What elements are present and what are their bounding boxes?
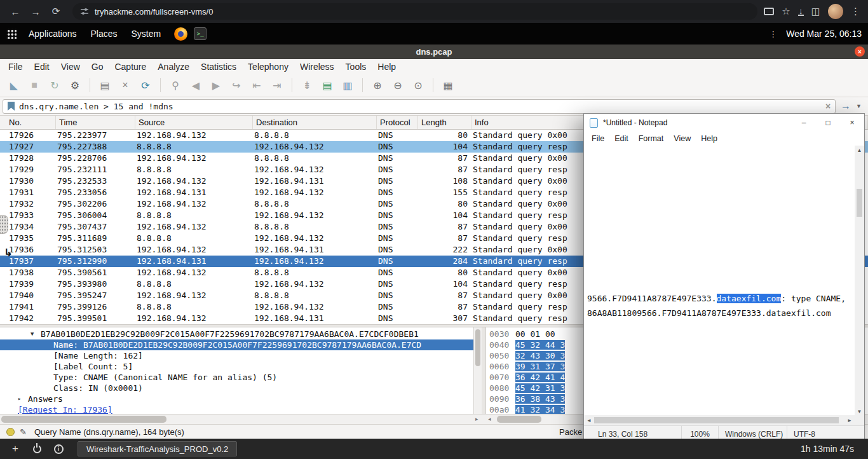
- firefox-icon[interactable]: [174, 27, 187, 41]
- start-capture-icon[interactable]: ◣: [6, 77, 22, 93]
- reload-icon[interactable]: ⟳: [48, 3, 64, 20]
- restart-capture-icon[interactable]: ↻: [46, 77, 63, 93]
- back-icon[interactable]: ←: [7, 3, 24, 20]
- side-panel-icon[interactable]: ◫: [811, 6, 820, 17]
- minimize-icon[interactable]: –: [792, 114, 816, 132]
- scroll-left-icon[interactable]: ◂: [488, 416, 491, 422]
- open-file-icon[interactable]: ▤: [97, 77, 113, 93]
- side-panel-handle[interactable]: [0, 215, 8, 234]
- tray-icon[interactable]: ⋮: [769, 29, 777, 39]
- close-file-icon[interactable]: ×: [117, 77, 133, 93]
- go-back-icon[interactable]: ◀: [187, 77, 204, 93]
- taskbar-window-button[interactable]: Wireshark-TrafficAnalysis_PROD_v0.2: [78, 441, 237, 456]
- column-header-destination[interactable]: Destination: [253, 116, 377, 129]
- resize-columns-icon[interactable]: ▦: [440, 77, 456, 93]
- wireshark-menu-analyze[interactable]: Analyze: [152, 62, 195, 72]
- last-packet-icon[interactable]: ⇥: [269, 77, 285, 93]
- zoom-out-icon[interactable]: ⊖: [390, 77, 406, 93]
- zoom-in-icon[interactable]: ⊕: [369, 77, 386, 93]
- wireshark-menu-capture[interactable]: Capture: [109, 62, 152, 72]
- detail-line[interactable]: [Label Count: 5]: [0, 361, 473, 372]
- bookmark-star-icon[interactable]: ☆: [782, 6, 790, 17]
- detail-line[interactable]: Name: B7AB01B0DE2D1EB29C92B009F2C015A00F…: [0, 339, 473, 350]
- wireshark-menu-telephony[interactable]: Telephony: [242, 62, 294, 72]
- downloads-icon[interactable]: ↓: [798, 7, 804, 16]
- scroll-left-icon[interactable]: ◄: [587, 418, 592, 423]
- notepad-horizontal-scrollbar[interactable]: ◄ ►: [584, 415, 855, 425]
- save-page-icon[interactable]: [764, 8, 774, 15]
- notepad-text-line[interactable]: 86A8AB11809566.F7D9411A8787E497E333.data…: [587, 308, 831, 318]
- wireshark-menu-help[interactable]: Help: [372, 62, 402, 72]
- wireshark-menu-statistics[interactable]: Statistics: [195, 62, 242, 72]
- notepad-menu-view[interactable]: View: [668, 134, 696, 143]
- expander-icon[interactable]: ▸: [18, 394, 28, 404]
- column-header-no[interactable]: No.: [0, 116, 56, 129]
- info-icon[interactable]: i: [51, 441, 66, 456]
- panel-menu-system[interactable]: System: [125, 29, 168, 39]
- address-bar[interactable]: tryhackme.com/fullscreen-vms/0: [72, 3, 757, 20]
- go-forward-icon[interactable]: ▶: [208, 77, 224, 93]
- expander-icon[interactable]: ▼: [31, 329, 41, 339]
- filter-dropdown-icon[interactable]: ▼: [856, 103, 862, 109]
- panel-menu-applications[interactable]: Applications: [22, 29, 84, 39]
- filter-bookmark-icon[interactable]: [8, 102, 15, 111]
- browser-menu-icon[interactable]: ⋮: [851, 6, 860, 17]
- add-icon[interactable]: +: [8, 441, 23, 456]
- zoom-original-icon[interactable]: ⊙: [410, 77, 426, 93]
- first-packet-icon[interactable]: ⇤: [248, 77, 265, 93]
- expert-info-icon[interactable]: [6, 428, 15, 436]
- detail-line[interactable]: ▼B7AB01B0DE2D1EB29C92B009F2C015A00F7F225…: [0, 329, 473, 339]
- clock[interactable]: Wed Mar 25, 06:13: [786, 29, 862, 39]
- column-header-source[interactable]: Source: [135, 116, 253, 129]
- find-packet-icon[interactable]: ⚲: [167, 77, 184, 93]
- wireshark-menu-edit[interactable]: Edit: [29, 62, 55, 72]
- wireshark-titlebar[interactable]: dns.pcap ×: [0, 45, 868, 59]
- details-vertical-scrollbar[interactable]: [473, 327, 482, 414]
- site-settings-icon[interactable]: [80, 7, 89, 16]
- panel-menu-places[interactable]: Places: [84, 29, 125, 39]
- scroll-up-icon[interactable]: ▲: [857, 147, 862, 153]
- detail-line[interactable]: [Request In: 17936]: [0, 404, 473, 414]
- column-header-protocol[interactable]: Protocol: [377, 116, 418, 129]
- power-icon[interactable]: [29, 441, 44, 456]
- scroll-thumb[interactable]: [857, 189, 862, 217]
- auto-scroll-live-icon[interactable]: ▥: [339, 77, 356, 93]
- notepad-menu-format[interactable]: Format: [634, 134, 669, 143]
- filter-clear-icon[interactable]: ×: [825, 101, 831, 111]
- stop-capture-icon[interactable]: ■: [26, 77, 43, 93]
- scroll-down-icon[interactable]: ▼: [857, 409, 862, 414]
- auto-scroll-icon[interactable]: ⇟: [299, 77, 315, 93]
- profile-avatar[interactable]: [828, 4, 843, 19]
- column-header-time[interactable]: Time: [56, 116, 135, 129]
- detail-line[interactable]: ▸Answers: [0, 394, 473, 404]
- scroll-right-icon[interactable]: ▸: [475, 416, 478, 422]
- scroll-thumb[interactable]: [497, 416, 541, 423]
- notepad-text-line[interactable]: 9566.F7D9411A8787E497E333.dataexfil.com:…: [587, 294, 846, 303]
- notepad-titlebar[interactable]: *Untitled - Notepad – □ ×: [584, 114, 864, 132]
- notepad-menu-file[interactable]: File: [587, 134, 609, 143]
- colorize-packets-icon[interactable]: ▤: [319, 77, 336, 93]
- app-grid-icon[interactable]: [6, 29, 17, 39]
- scroll-thumb[interactable]: [594, 417, 839, 423]
- scroll-right-icon[interactable]: ►: [847, 418, 852, 423]
- details-hex-divider[interactable]: [482, 327, 486, 424]
- column-header-length[interactable]: Length: [418, 116, 471, 129]
- maximize-icon[interactable]: □: [816, 114, 840, 132]
- capture-options-icon[interactable]: ⚙: [67, 77, 83, 93]
- scroll-thumb[interactable]: [1, 416, 166, 423]
- window-close-icon[interactable]: ×: [855, 46, 865, 57]
- terminal-icon[interactable]: >_: [194, 27, 207, 40]
- wireshark-menu-view[interactable]: View: [55, 62, 86, 72]
- notepad-menu-edit[interactable]: Edit: [609, 134, 634, 143]
- wireshark-menu-tools[interactable]: Tools: [340, 62, 372, 72]
- notepad-menu-help[interactable]: Help: [696, 134, 722, 143]
- wireshark-menu-file[interactable]: File: [3, 62, 29, 72]
- detail-line[interactable]: Type: CNAME (Canonical NAME for an alias…: [0, 372, 473, 383]
- detail-line[interactable]: [Name Length: 162]: [0, 350, 473, 361]
- wireshark-menu-wireless[interactable]: Wireless: [294, 62, 340, 72]
- close-icon[interactable]: ×: [840, 114, 864, 132]
- scroll-thumb[interactable]: [475, 329, 480, 366]
- display-filter-input[interactable]: dns.qry.name.len > 15 and !mdns ×: [3, 99, 836, 114]
- notepad-vertical-scrollbar[interactable]: ▲ ▼: [855, 146, 864, 416]
- filter-apply-icon[interactable]: →: [841, 100, 851, 112]
